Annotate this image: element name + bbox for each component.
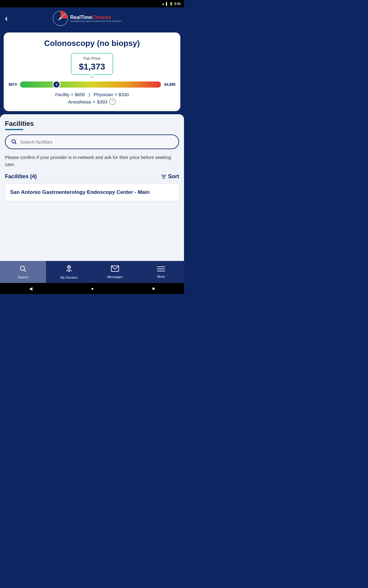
svg-line-8	[24, 270, 26, 272]
cost-row-facility-physician: Facility = $650 | Physician = $330	[9, 92, 175, 97]
nav-item-more[interactable]: More	[138, 261, 184, 283]
status-icons: ▲ ▌ 🔋 3:51	[162, 2, 181, 6]
back-button[interactable]: ‹	[5, 14, 8, 23]
facilities-heading: Facilities	[5, 120, 179, 128]
search-facilities-input[interactable]	[20, 139, 174, 145]
sort-label: Sort	[168, 173, 179, 180]
logo-text: RealTimeChoices AN AMERICAN HEALTH DATA …	[70, 15, 122, 22]
facility-name: San Antonio Gastroenterology Endoscopy C…	[10, 189, 174, 196]
messages-nav-label: Messages	[107, 275, 123, 279]
facilities-count-row: Facilities (4) Sort	[5, 173, 179, 180]
doctors-nav-icon	[65, 265, 73, 274]
signal-icon: ▌	[166, 2, 168, 6]
fair-price-wrapper: Fair Price $1,373	[9, 53, 175, 75]
physician-value: $330	[119, 92, 129, 97]
android-home[interactable]: ●	[91, 286, 94, 291]
facilities-underline	[5, 129, 23, 130]
sort-line-1	[161, 175, 166, 175]
cost-divider: |	[89, 92, 90, 97]
anesthesia-row: Anesthesia = $393 ?	[9, 98, 175, 105]
wifi-icon: ▲	[162, 2, 165, 6]
status-bar: ▲ ▌ 🔋 3:51	[0, 0, 184, 7]
range-min: $674	[9, 82, 17, 87]
confirm-text: Please confirm if your provider is in-ne…	[5, 154, 179, 168]
top-nav: ‹ RealTimeChoices AN AMERICAN HEALTH DAT…	[0, 7, 184, 29]
price-card: Colonoscopy (no biopsy) Fair Price $1,37…	[4, 32, 180, 111]
anesthesia-value: $393	[97, 99, 107, 104]
sort-button[interactable]: Sort	[161, 173, 179, 180]
bottom-nav: Search My Doctors Messag	[0, 261, 184, 283]
range-bar-wrap: S	[20, 81, 161, 88]
fair-price-bubble: Fair Price $1,373	[71, 53, 113, 75]
nav-item-my-doctors[interactable]: My Doctors	[46, 261, 92, 283]
range-max: $4,888	[164, 82, 175, 87]
help-icon[interactable]: ?	[109, 98, 116, 105]
range-bar	[20, 81, 161, 88]
svg-point-10	[69, 271, 69, 272]
android-nav: ◀ ● ■	[0, 283, 184, 294]
nav-item-messages[interactable]: Messages	[92, 261, 138, 283]
physician-label: Physician	[94, 92, 113, 97]
logo-container: RealTimeChoices AN AMERICAN HEALTH DATA …	[52, 10, 122, 26]
svg-line-6	[15, 143, 17, 144]
fair-price-value: $1,373	[79, 62, 105, 72]
sort-line-2	[162, 176, 166, 177]
sort-line-3	[163, 178, 165, 179]
procedure-title: Colonoscopy (no biopsy)	[9, 39, 175, 48]
facility-label: Facility	[55, 92, 70, 97]
svg-point-4	[59, 17, 61, 19]
price-range-container: $674 S $4,888	[9, 81, 175, 88]
logo-subtitle: AN AMERICAN HEALTH DATA INSTITUTE PROJEC…	[70, 20, 122, 22]
search-nav-icon	[19, 265, 27, 274]
fair-price-label: Fair Price	[79, 56, 105, 61]
doctors-nav-label: My Doctors	[60, 276, 78, 279]
range-marker: S	[52, 81, 60, 89]
facilities-count-label: Facilities (4)	[5, 173, 37, 180]
more-nav-label: More	[157, 275, 165, 278]
android-back[interactable]: ◀	[29, 286, 33, 291]
messages-nav-icon	[111, 265, 119, 274]
facility-value: $650	[75, 92, 85, 97]
search-nav-label: Search	[18, 275, 29, 279]
search-bar[interactable]	[5, 134, 179, 149]
android-recent[interactable]: ■	[152, 286, 155, 291]
anesthesia-label: Anesthesia	[68, 99, 91, 104]
battery-icon: 🔋	[169, 2, 173, 6]
logo-icon	[52, 10, 68, 26]
sort-icon	[161, 175, 166, 179]
nav-item-search[interactable]: Search	[0, 261, 46, 283]
more-nav-icon	[157, 266, 165, 273]
facility-card[interactable]: San Antonio Gastroenterology Endoscopy C…	[5, 183, 179, 201]
search-icon	[10, 138, 18, 145]
status-time: 3:51	[174, 2, 181, 6]
cost-breakdown: Facility = $650 | Physician = $330 Anest…	[9, 92, 175, 105]
